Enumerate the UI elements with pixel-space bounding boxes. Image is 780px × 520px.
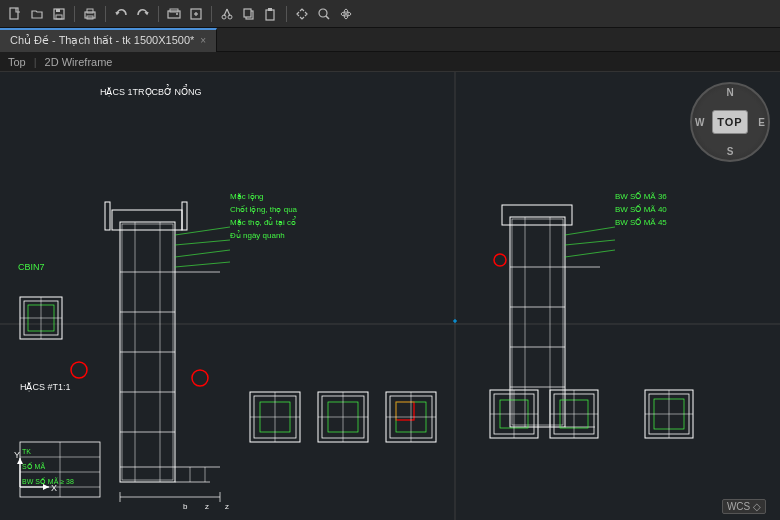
svg-rect-46 bbox=[105, 202, 110, 230]
viewport-label-bar: Top | 2D Wireframe bbox=[0, 52, 780, 72]
tab-label: Chủ Đề - Thạch thất - tk 1500X1500* bbox=[10, 34, 194, 47]
svg-rect-89 bbox=[396, 402, 414, 420]
new-icon[interactable] bbox=[6, 5, 24, 23]
compass-s-label: S bbox=[727, 146, 734, 157]
svg-line-76 bbox=[565, 250, 615, 257]
ann-r2: BW SỐ MÃ 40 bbox=[615, 203, 667, 216]
sep3 bbox=[158, 6, 159, 22]
compass-w-label: W bbox=[695, 117, 704, 128]
main-toolbar bbox=[0, 0, 780, 28]
ann-4: Đủ ngày quanh bbox=[230, 229, 297, 242]
svg-rect-3 bbox=[56, 15, 62, 19]
paste-icon[interactable] bbox=[262, 5, 280, 23]
svg-line-75 bbox=[565, 240, 615, 245]
svg-text:Y: Y bbox=[14, 450, 20, 460]
viewport-view1: Top bbox=[8, 56, 26, 68]
svg-line-53 bbox=[175, 227, 230, 235]
svg-text:X: X bbox=[51, 483, 57, 493]
active-tab[interactable]: Chủ Đề - Thạch thất - tk 1500X1500* × bbox=[0, 28, 217, 52]
svg-rect-20 bbox=[268, 8, 272, 11]
svg-rect-45 bbox=[112, 210, 182, 230]
svg-point-25 bbox=[345, 13, 347, 15]
tab-close-button[interactable]: × bbox=[200, 35, 206, 46]
dim-label-b: b bbox=[183, 502, 187, 511]
open-icon[interactable] bbox=[28, 5, 46, 23]
compass-e-label: E bbox=[758, 117, 765, 128]
compass-n-label: N bbox=[726, 87, 733, 98]
svg-rect-18 bbox=[244, 9, 251, 17]
ann-r3: BW SỐ MÃ 45 bbox=[615, 216, 667, 229]
svg-rect-19 bbox=[266, 10, 274, 20]
sep2 bbox=[105, 6, 106, 22]
copy-icon[interactable] bbox=[240, 5, 258, 23]
compass-ring[interactable]: N S W E TOP bbox=[690, 82, 770, 162]
ann-r1: BW SỐ MÃ 36 bbox=[615, 190, 667, 203]
dim-label-z2: z bbox=[225, 502, 229, 511]
zoom-icon[interactable] bbox=[315, 5, 333, 23]
svg-line-15 bbox=[224, 9, 227, 16]
ann-2: Chốt lộng, thọ qua bbox=[230, 203, 297, 216]
svg-marker-115 bbox=[43, 484, 49, 490]
orbit-icon[interactable] bbox=[337, 5, 355, 23]
svg-line-22 bbox=[326, 16, 329, 19]
viewport-separator: | bbox=[34, 56, 37, 68]
sep4 bbox=[211, 6, 212, 22]
svg-rect-47 bbox=[182, 202, 187, 230]
publish-icon[interactable] bbox=[187, 5, 205, 23]
cut-icon[interactable] bbox=[218, 5, 236, 23]
annotations-left: Mặc lộng Chốt lộng, thọ qua Mặc thọ, đủ … bbox=[230, 190, 297, 242]
print-icon[interactable] bbox=[81, 5, 99, 23]
svg-point-21 bbox=[319, 9, 327, 17]
tab-bar: Chủ Đề - Thạch thất - tk 1500X1500* × bbox=[0, 28, 780, 52]
ann-1: Mặc lộng bbox=[230, 190, 297, 203]
ann-3: Mặc thọ, đủ tại cổ bbox=[230, 216, 297, 229]
main-section-title: HẶCS 1TRỌCBỞ NỔNG bbox=[100, 87, 202, 97]
svg-rect-70 bbox=[502, 205, 572, 225]
viewcube[interactable]: N S W E TOP bbox=[690, 82, 770, 162]
axis-indicator: X Y bbox=[12, 450, 52, 490]
section-label-bottom: HẶCS #T1:1 bbox=[20, 382, 71, 392]
plot-icon[interactable] bbox=[165, 5, 183, 23]
svg-rect-0 bbox=[10, 8, 18, 19]
viewport-view2: 2D Wireframe bbox=[45, 56, 113, 68]
sep5 bbox=[286, 6, 287, 22]
svg-point-57 bbox=[71, 362, 87, 378]
undo-icon[interactable] bbox=[112, 5, 130, 23]
svg-point-9 bbox=[176, 13, 178, 15]
svg-line-74 bbox=[565, 227, 615, 235]
svg-point-71 bbox=[494, 254, 506, 266]
drawing-svg bbox=[0, 72, 780, 520]
svg-line-54 bbox=[175, 240, 230, 245]
redo-icon[interactable] bbox=[134, 5, 152, 23]
sep1 bbox=[74, 6, 75, 22]
pan-icon[interactable] bbox=[293, 5, 311, 23]
dim-label-z1: z bbox=[205, 502, 209, 511]
wcs-label[interactable]: WCS ◇ bbox=[722, 499, 766, 514]
drawing-area[interactable]: HẶCS 1TRỌCBỞ NỔNG CBIN7 HẶCS #T1:1 Mặc l… bbox=[0, 72, 780, 520]
svg-rect-2 bbox=[56, 9, 60, 12]
annotations-right: BW SỐ MÃ 36 BW SỐ MÃ 40 BW SỐ MÃ 45 bbox=[615, 190, 667, 229]
cabinet-label: CBIN7 bbox=[18, 262, 45, 272]
save-icon[interactable] bbox=[50, 5, 68, 23]
svg-line-56 bbox=[175, 262, 230, 267]
svg-point-58 bbox=[192, 370, 208, 386]
svg-line-55 bbox=[175, 250, 230, 257]
svg-line-16 bbox=[227, 9, 230, 16]
top-view-box[interactable]: TOP bbox=[712, 110, 748, 134]
